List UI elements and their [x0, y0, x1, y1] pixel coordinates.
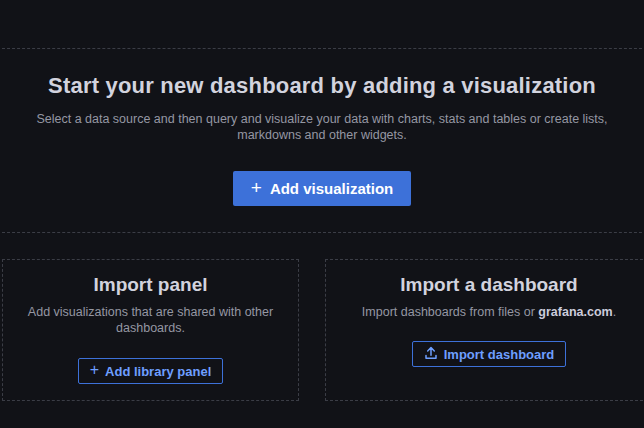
plus-icon: +: [251, 177, 262, 199]
import-panel-description: Add visualizations that are shared with …: [3, 304, 298, 336]
import-panel-card: Import panel Add visualizations that are…: [2, 259, 299, 401]
plus-icon: +: [90, 361, 99, 379]
import-dashboard-description-prefix: Import dashboards from files or: [362, 305, 538, 319]
import-panel-description-line-1: Add visualizations that are shared with …: [21, 304, 280, 320]
import-panel-description-line-2: dashboards.: [21, 320, 280, 336]
import-panel-title: Import panel: [13, 274, 288, 295]
cta-description: Select a data source and then query and …: [0, 111, 644, 143]
add-library-panel-button-label: Add library panel: [105, 364, 211, 379]
add-visualization-button[interactable]: + Add visualization: [233, 171, 411, 206]
add-visualization-button-label: Add visualization: [270, 180, 393, 197]
import-dashboard-button[interactable]: Import dashboard: [412, 341, 567, 367]
import-dashboard-button-label: Import dashboard: [444, 347, 555, 362]
page-title: Start your new dashboard by adding a vis…: [5, 71, 639, 100]
import-dashboard-card: Import a dashboard Import dashboards fro…: [325, 259, 644, 401]
grafana-com-text: grafana.com: [538, 305, 612, 319]
import-dashboard-description: Import dashboards from files or grafana.…: [326, 304, 644, 320]
import-dashboard-description-suffix: .: [613, 305, 616, 319]
import-dashboard-title: Import a dashboard: [336, 274, 642, 295]
add-visualization-panel: Start your new dashboard by adding a vis…: [0, 48, 644, 233]
cta-description-line-2: markdowns and other widgets.: [0, 127, 644, 143]
cta-description-line-1: Select a data source and then query and …: [0, 111, 644, 127]
add-library-panel-button[interactable]: + Add library panel: [78, 358, 224, 384]
upload-icon: [424, 346, 438, 363]
